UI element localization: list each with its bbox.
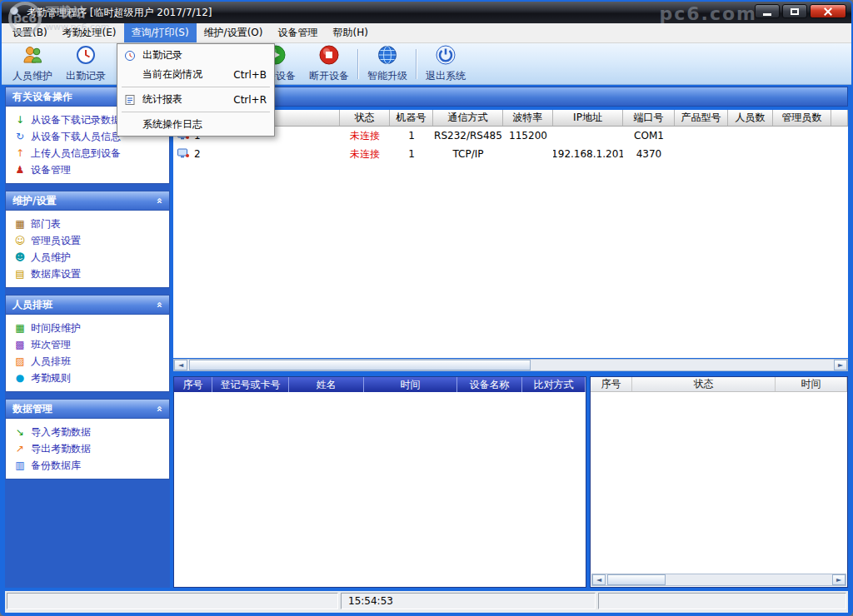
menu-item-system-operation-log[interactable]: 系统操作日志: [118, 115, 273, 134]
device-cell-name: 2: [173, 145, 340, 163]
column-header-port[interactable]: 端口号: [623, 110, 675, 126]
toolbar-button-attendance-records[interactable]: 出勤记录: [60, 44, 112, 83]
status-bar: 15:54:53: [5, 591, 848, 613]
menu-item-label: 出勤记录: [142, 48, 262, 62]
minimize-button[interactable]: [755, 4, 780, 18]
people-icon: [22, 44, 43, 68]
device-cell-machine-no: 1: [390, 127, 433, 145]
column-header-comm-mode[interactable]: 通信方式: [433, 110, 503, 126]
title-bar[interactable]: 考勤管理程序 [临时超级用户 2017/7/12]: [2, 2, 851, 23]
scroll-left-button[interactable]: ◄: [174, 360, 187, 370]
column-header-time[interactable]: 时间: [364, 377, 457, 392]
toolbar-separator: [416, 49, 417, 79]
sidebar-item-label: 管理员设置: [31, 234, 81, 248]
column-header-card-no[interactable]: 登记号或卡号: [212, 377, 289, 392]
sidebar-item-label: 从设备下载记录数据: [31, 113, 121, 127]
collapse-icon: »: [153, 405, 165, 412]
menu-item-query-print[interactable]: 查询/打印(S): [124, 23, 197, 42]
upload-icon: ↑: [14, 147, 26, 159]
device-cell-baud-rate: [503, 145, 553, 163]
column-header-ip-address[interactable]: IP地址: [553, 110, 623, 126]
sidebar-item-import-data[interactable]: ↘导入考勤数据: [6, 424, 169, 440]
column-header-verify-mode[interactable]: 比对方式: [522, 377, 586, 392]
section-header-maintenance[interactable]: 维护/设置 »: [5, 191, 170, 211]
sidebar-item-backup-database[interactable]: ▥备份数据库: [6, 457, 169, 474]
maximize-button[interactable]: [782, 4, 807, 18]
menu-item-current-on-duty[interactable]: 当前在岗情况 Ctrl+B: [118, 65, 273, 84]
toolbar-button-personnel-maintenance[interactable]: 人员维护: [7, 44, 58, 83]
sidebar-item-export-data[interactable]: ↗导出考勤数据: [6, 440, 169, 457]
device-cell-personnel-count: [728, 145, 773, 163]
scroll-track[interactable]: [606, 574, 832, 585]
attendance-record-icon: [122, 50, 137, 62]
menu-item-settings[interactable]: 设置(B): [5, 23, 55, 42]
import-icon: ↘: [14, 426, 26, 438]
column-header-name[interactable]: 姓名: [289, 377, 364, 392]
section-header-scheduling[interactable]: 人员排班 »: [5, 295, 170, 315]
column-header-device-name[interactable]: 设备名称: [457, 377, 522, 392]
sidebar-item-department-table[interactable]: ▦部门表: [6, 216, 169, 232]
menu-item-device-management[interactable]: 设备管理: [270, 23, 325, 42]
sidebar-item-personnel-maintenance[interactable]: ☻人员维护: [6, 249, 169, 266]
sidebar-item-time-period[interactable]: ▦时间段维护: [6, 320, 169, 336]
menu-item-label: 统计报表: [142, 92, 228, 107]
sidebar-item-device-management[interactable]: ♟设备管理: [6, 161, 169, 178]
device-cell-baud-rate: 115200: [503, 127, 553, 145]
column-header-time[interactable]: 时间: [776, 377, 847, 391]
column-header-status[interactable]: 状态: [632, 377, 776, 391]
sidebar-item-admin-settings[interactable]: ☺管理员设置: [6, 232, 169, 249]
menu-item-maintenance-settings[interactable]: 维护/设置(O): [197, 23, 271, 42]
scroll-right-button[interactable]: ►: [832, 574, 846, 585]
admin-icon: ☺: [14, 235, 26, 246]
backup-icon: ▥: [14, 460, 26, 471]
column-header-admin-count[interactable]: 管理员数: [773, 110, 831, 126]
menu-item-help[interactable]: 帮助(H): [325, 23, 375, 42]
device-row[interactable]: 2 未连接 1 TCP/IP 192.168.1.201 4370: [173, 145, 848, 163]
scroll-left-button[interactable]: ◄: [592, 574, 606, 585]
scroll-right-button[interactable]: ►: [834, 360, 847, 370]
column-header-index[interactable]: 序号: [591, 377, 632, 391]
column-header-product-model[interactable]: 产品型号: [675, 110, 728, 126]
device-cell-product-model: [675, 127, 728, 145]
sidebar-item-shift-management[interactable]: ▩班次管理: [6, 336, 169, 353]
toolbar-button-label: 智能升级: [367, 69, 407, 83]
sidebar-item-attendance-rules[interactable]: ●考勤规则: [6, 370, 169, 386]
device-cell-filler: [831, 127, 848, 145]
column-header-machine-no[interactable]: 机器号: [390, 110, 433, 126]
sidebar-item-label: 数据库设置: [31, 267, 81, 281]
close-button[interactable]: [810, 4, 846, 18]
close-icon: [823, 7, 833, 17]
report-icon: [122, 94, 137, 106]
section-title: 数据管理: [12, 402, 52, 416]
menu-item-statistics-report[interactable]: 统计报表 Ctrl+R: [118, 90, 273, 109]
status-cell-right: [598, 593, 846, 609]
device-icon: [177, 148, 189, 161]
device-cell-ip-address: [553, 127, 623, 145]
scroll-track[interactable]: [187, 360, 834, 370]
column-header-personnel-count[interactable]: 人员数: [728, 110, 773, 126]
column-header-index[interactable]: 序号: [174, 377, 212, 392]
toolbar-button-smart-upgrade[interactable]: 智能升级: [362, 44, 413, 83]
clock-icon: [75, 44, 97, 68]
export-icon: ↗: [14, 443, 26, 455]
menu-item-attendance-record[interactable]: 出勤记录: [118, 46, 273, 65]
sidebar-item-upload-personnel[interactable]: ↑上传人员信息到设备: [6, 145, 169, 161]
device-table-hscrollbar: ◄ ►: [173, 359, 848, 371]
menu-item-attendance-processing[interactable]: 考勤处理(E): [55, 23, 124, 42]
rules-icon: ●: [14, 372, 26, 384]
toolbar-button-disconnect-device[interactable]: 断开设备: [303, 44, 355, 83]
sidebar-item-database-settings[interactable]: ▤数据库设置: [6, 266, 169, 282]
sidebar-item-personnel-scheduling[interactable]: ▨人员排班: [6, 353, 169, 370]
app-icon: [8, 5, 22, 21]
section-header-data-management[interactable]: 数据管理 »: [5, 399, 170, 419]
toolbar-button-exit-system[interactable]: 退出系统: [420, 44, 471, 83]
scroll-thumb[interactable]: [607, 574, 666, 585]
column-header-status[interactable]: 状态: [340, 110, 390, 126]
column-header-baud-rate[interactable]: 波特率: [503, 110, 553, 126]
sidebar-item-label: 上传人员信息到设备: [31, 147, 121, 161]
menu-separator: [122, 87, 270, 87]
menu-item-label: 系统操作日志: [142, 117, 262, 132]
scroll-thumb[interactable]: [189, 360, 531, 370]
status-cell-left: [7, 593, 338, 609]
refresh-icon: ↻: [14, 131, 26, 142]
